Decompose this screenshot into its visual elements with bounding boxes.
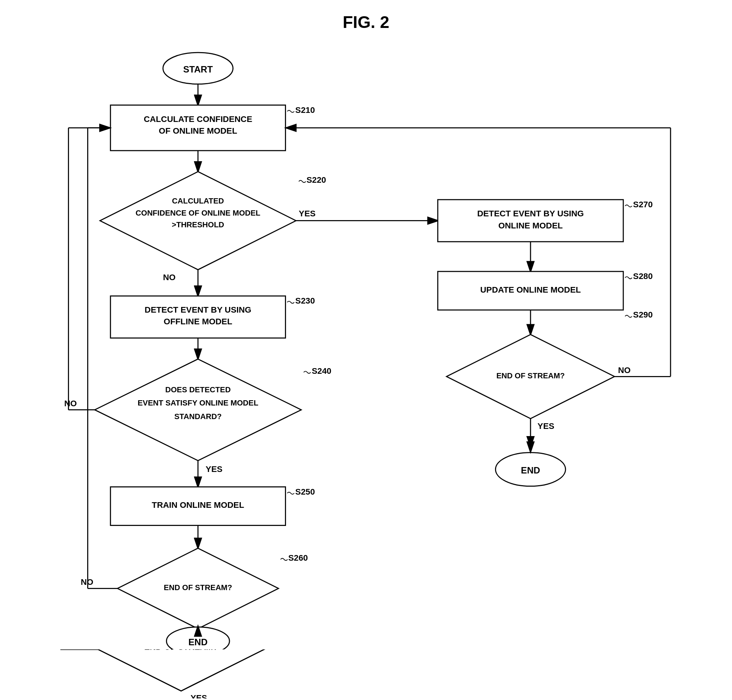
- s230-ref: S230: [295, 296, 315, 305]
- s210-t2: OF ONLINE MODEL: [159, 126, 237, 136]
- s270-t1: DETECT EVENT BY USING: [477, 209, 584, 218]
- s260-ref: S260: [288, 553, 308, 563]
- s270-t2: ONLINE MODEL: [498, 221, 563, 230]
- s240-t1: DOES DETECTED: [165, 385, 231, 394]
- s290-ref: S290: [633, 310, 653, 319]
- s240-t2: EVENT SATISFY ONLINE MODEL: [138, 399, 258, 407]
- s290-yes-lbl: YES: [538, 421, 555, 431]
- s220-t1: CALCULATED: [172, 197, 224, 205]
- s220-ref: S220: [306, 175, 326, 185]
- s240-t3: STANDARD?: [174, 412, 221, 421]
- s260-no-lbl: NO: [81, 577, 93, 587]
- end1-text: END: [188, 637, 208, 647]
- s280-ref: S280: [633, 271, 653, 281]
- s210-ref: S210: [295, 105, 315, 115]
- s240-no-lbl: NO: [64, 399, 77, 408]
- s270-ref: S270: [633, 200, 653, 209]
- s220-no-lbl: NO: [163, 273, 175, 282]
- end2-text: END: [521, 465, 540, 475]
- flowchart-overlay: FIG. 2 START CALCULATE CONFIDENCE OF ONL…: [0, 0, 732, 700]
- s220-t3: >THRESHOLD: [172, 220, 224, 229]
- s240-yes-lbl: YES: [206, 464, 223, 474]
- s260-text: END OF STREAM?: [164, 583, 232, 592]
- s220-t2: CONFIDENCE OF ONLINE MODEL: [135, 209, 260, 217]
- start-text: START: [183, 64, 213, 74]
- s220-yes-lbl: YES: [299, 209, 316, 218]
- s290-text: END OF STREAM?: [496, 372, 564, 380]
- fig-title: FIG. 2: [343, 13, 389, 31]
- s280-text: UPDATE ONLINE MODEL: [480, 285, 581, 294]
- s230-t1: DETECT EVENT BY USING: [145, 305, 251, 315]
- s230-t2: OFFLINE MODEL: [164, 317, 232, 326]
- s250-text: TRAIN ONLINE MODEL: [152, 500, 244, 510]
- s290-no-lbl: NO: [618, 365, 631, 375]
- s250-ref: S250: [295, 487, 315, 496]
- s210-t1: CALCULATE CONFIDENCE: [144, 114, 252, 124]
- s240-ref: S240: [312, 366, 331, 376]
